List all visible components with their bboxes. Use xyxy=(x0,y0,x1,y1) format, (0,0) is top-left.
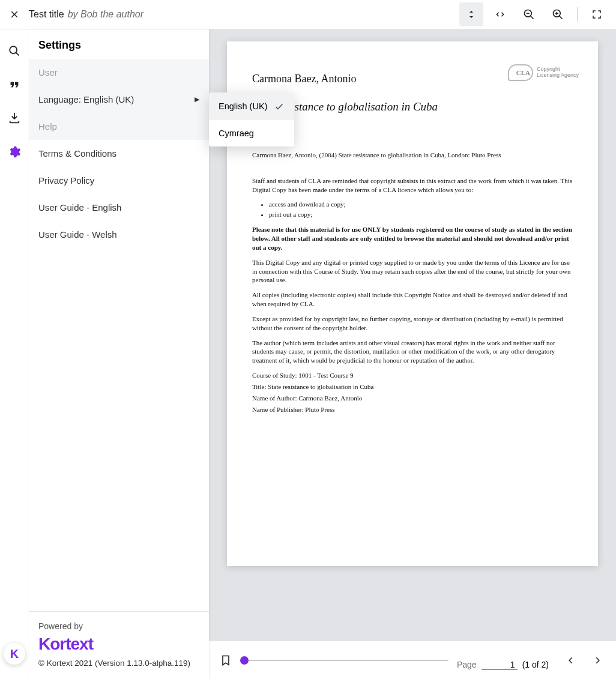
menu-item-guide-en[interactable]: User Guide - English xyxy=(29,194,209,221)
slider-thumb[interactable] xyxy=(240,656,249,665)
scroll-mode-button[interactable] xyxy=(459,2,483,26)
rail-download-button[interactable] xyxy=(2,106,26,130)
top-bar: Test title by Bob the author xyxy=(0,0,616,29)
doc-para-c: Except as provided for by copyright law,… xyxy=(252,315,573,333)
cla-logo: CLA Copyright Licensing Agency xyxy=(508,64,579,81)
doc-notice: Please note that this material is for us… xyxy=(252,225,573,252)
copyright-text: © Kortext 2021 (Version 1.13.0-alpha.119… xyxy=(38,657,199,669)
doc-title: State resistance to globalisation in Cub… xyxy=(252,99,573,115)
doc-para-b: All copies (including electronic copies)… xyxy=(252,291,573,309)
rail-settings-button[interactable] xyxy=(2,140,26,164)
rail-search-button[interactable] xyxy=(2,39,26,63)
svg-line-1 xyxy=(531,16,534,19)
lang-option-en[interactable]: English (UK) xyxy=(209,92,294,120)
zoom-in-button[interactable] xyxy=(546,2,570,26)
svg-point-7 xyxy=(10,46,17,53)
page-info: Page 1 (1 of 2) xyxy=(457,660,549,670)
page-label: Page xyxy=(457,660,477,669)
fullscreen-button[interactable] xyxy=(585,2,609,26)
document-title-block: Test title by Bob the author xyxy=(29,9,143,20)
prev-page-button[interactable] xyxy=(563,651,579,670)
check-icon xyxy=(274,101,285,112)
zoom-out-button[interactable] xyxy=(517,2,541,26)
settings-heading: Settings xyxy=(29,29,209,59)
powered-by-label: Powered by xyxy=(38,621,199,631)
doc-para-a: This Digital Copy and any digital or pri… xyxy=(252,258,573,285)
page-slider[interactable] xyxy=(240,653,448,668)
bookmark-button[interactable] xyxy=(220,654,232,667)
top-actions xyxy=(459,2,609,26)
slider-track xyxy=(240,660,448,661)
toolbar-divider xyxy=(577,7,578,22)
menu-item-guide-cy[interactable]: User Guide - Welsh xyxy=(29,221,209,248)
bottom-bar: Page 1 (1 of 2) xyxy=(209,641,616,679)
brand-name: Kortext xyxy=(38,635,199,654)
next-page-button[interactable] xyxy=(590,651,605,670)
doc-para-d: The author (which term includes artists … xyxy=(252,339,573,366)
settings-menu: User Language: English (UK) ▶ Help Terms… xyxy=(29,59,209,611)
menu-item-language[interactable]: Language: English (UK) ▶ xyxy=(29,86,209,113)
kortext-badge[interactable]: K xyxy=(4,643,25,665)
language-flyout: English (UK) Cymraeg xyxy=(209,92,294,146)
doc-intro: Staff and students of CLA are reminded t… xyxy=(252,177,573,195)
menu-item-terms[interactable]: Terms & Conditions xyxy=(29,140,209,167)
svg-line-8 xyxy=(16,53,19,56)
close-button[interactable] xyxy=(7,7,22,22)
page-current[interactable]: 1 xyxy=(482,660,518,670)
spread-mode-button[interactable] xyxy=(488,2,512,26)
svg-line-4 xyxy=(560,16,563,19)
doc-meta: Course of Study: 1001 - Test Course 9 Ti… xyxy=(252,371,573,414)
document-byline: by Bob the author xyxy=(68,9,143,20)
doc-citation: Carmona Baez, Antonio, (2004) State resi… xyxy=(252,151,573,160)
menu-item-privacy[interactable]: Privacy Policy xyxy=(29,167,209,194)
settings-footer: Powered by Kortext © Kortext 2021 (Versi… xyxy=(29,611,209,679)
chevron-right-icon: ▶ xyxy=(195,95,199,103)
doc-bullets: access and download a copy; print out a … xyxy=(269,200,573,219)
document-title: Test title xyxy=(29,9,64,20)
left-rail: K xyxy=(0,29,29,679)
menu-item-help: Help xyxy=(29,113,209,140)
page-total: (1 of 2) xyxy=(522,660,549,669)
lang-option-cy[interactable]: Cymraeg xyxy=(209,120,294,146)
rail-citation-button[interactable] xyxy=(2,73,26,97)
page-nav: Page 1 (1 of 2) xyxy=(457,651,605,670)
menu-item-user: User xyxy=(29,59,209,86)
settings-panel: Settings User Language: English (UK) ▶ H… xyxy=(29,29,209,679)
